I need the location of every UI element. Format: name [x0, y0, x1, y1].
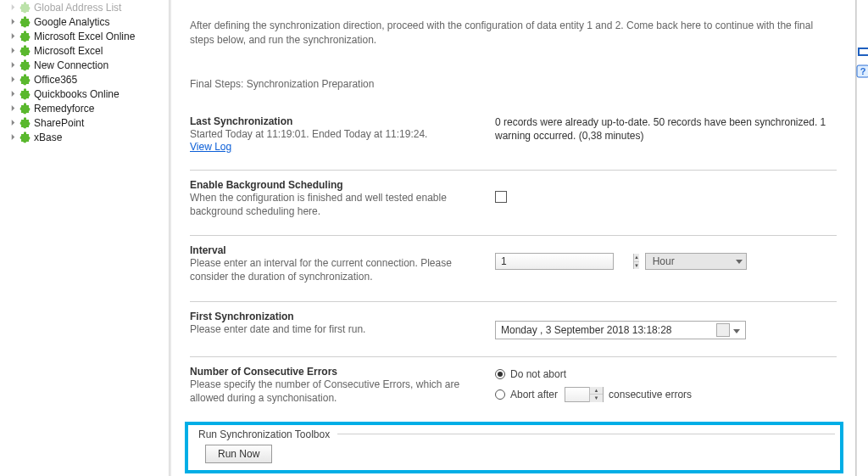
- chevron-right-icon: [8, 3, 17, 12]
- run-now-button[interactable]: Run Now: [205, 445, 272, 463]
- divider: [337, 434, 835, 434]
- sidebar-item[interactable]: Remedyforce: [3, 101, 165, 115]
- first-sync-datetime[interactable]: Monday , 3 September 2018 13:18:28: [495, 321, 746, 339]
- sidebar-item[interactable]: New Connection: [3, 58, 165, 72]
- sidebar-item-label: Quickbooks Online: [34, 88, 120, 100]
- final-steps-title: Final Steps: Synchronization Preparation: [190, 78, 837, 90]
- radio-abort-after-suffix: consecutive errors: [609, 389, 692, 400]
- puzzle-icon: [19, 132, 31, 143]
- puzzle-icon: [19, 74, 31, 86]
- radio-abort-after-label: Abort after: [510, 389, 558, 400]
- chevron-down-icon: [732, 254, 746, 269]
- panel-icon[interactable]: [858, 48, 868, 56]
- last-sync-status: 0 records were already up-to-date. 50 re…: [495, 115, 837, 143]
- divider: [190, 301, 837, 302]
- puzzle-icon: [19, 31, 31, 42]
- chevron-right-icon: [8, 47, 17, 55]
- puzzle-icon: [19, 103, 31, 115]
- chevron-right-icon: [8, 76, 17, 84]
- chevron-right-icon: [8, 32, 17, 41]
- scheduling-checkbox[interactable]: [495, 191, 507, 203]
- intro-text: After defining the synchronization direc…: [190, 19, 837, 48]
- puzzle-icon: [19, 16, 31, 28]
- consecutive-sub: Please specify the number of Consecutive…: [190, 378, 481, 405]
- consecutive-title: Number of Consecutive Errors: [190, 366, 337, 378]
- sidebar-item[interactable]: xBase: [3, 130, 165, 144]
- interval-title: Interval: [190, 244, 226, 256]
- chevron-right-icon: [8, 61, 17, 70]
- spinner-buttons[interactable]: ▲ ▼: [633, 254, 639, 269]
- sidebar-item[interactable]: Google Analytics: [3, 14, 165, 29]
- svg-text:?: ?: [860, 66, 866, 76]
- run-toolbox-title: Run Synchronization Toolbox: [193, 428, 330, 440]
- arrow-up-icon[interactable]: ▲: [590, 387, 603, 395]
- interval-sub: Please enter an interval for the current…: [190, 256, 481, 283]
- radio-abort-after[interactable]: [495, 389, 505, 400]
- sidebar: Global Address List Google Analytics Mic…: [0, 0, 170, 476]
- arrow-down-icon[interactable]: ▼: [634, 262, 639, 270]
- sidebar-item-label: Office365: [34, 74, 77, 86]
- chevron-right-icon: [8, 104, 17, 113]
- run-toolbox-highlight: Run Synchronization Toolbox Run Now: [185, 422, 843, 473]
- main-content: After defining the synchronization direc…: [170, 0, 856, 476]
- sidebar-item-label: Microsoft Excel Online: [34, 31, 135, 42]
- puzzle-icon: [19, 117, 31, 129]
- sidebar-item[interactable]: Office365: [3, 72, 165, 87]
- puzzle-icon: [19, 2, 31, 14]
- chevron-right-icon: [8, 119, 17, 127]
- sidebar-item[interactable]: Global Address List: [3, 0, 165, 14]
- first-sync-value: Monday , 3 September 2018 13:18:28: [501, 324, 716, 336]
- chevron-right-icon: [8, 18, 17, 26]
- scheduling-sub: When the configuration is finished and w…: [190, 191, 481, 218]
- help-icon[interactable]: ?: [856, 64, 868, 78]
- interval-spinner[interactable]: ▲ ▼: [495, 253, 614, 270]
- sidebar-item-label: Google Analytics: [34, 16, 109, 28]
- sidebar-item-label: Remedyforce: [34, 103, 94, 115]
- divider: [190, 235, 837, 236]
- interval-unit-combo[interactable]: Hour: [645, 253, 747, 270]
- calendar-icon[interactable]: [716, 323, 730, 337]
- view-log-link[interactable]: View Log: [190, 141, 231, 153]
- sidebar-item-label: New Connection: [34, 59, 108, 71]
- sidebar-item-label: SharePoint: [34, 117, 84, 129]
- first-sync-sub: Please enter date and time for first run…: [190, 322, 481, 336]
- first-sync-title: First Synchronization: [190, 311, 294, 322]
- puzzle-icon: [19, 45, 31, 57]
- interval-unit-label: Hour: [646, 255, 732, 267]
- puzzle-icon: [19, 88, 31, 100]
- spinner-buttons[interactable]: ▲ ▼: [589, 387, 603, 402]
- divider: [190, 170, 837, 171]
- abort-after-spinner[interactable]: ▲ ▼: [565, 387, 604, 402]
- sidebar-item-label: Microsoft Excel: [34, 45, 103, 57]
- puzzle-icon: [19, 59, 31, 71]
- sidebar-item-label: xBase: [34, 132, 62, 143]
- abort-after-input[interactable]: [565, 387, 589, 402]
- last-sync-title: Last Synchronization: [190, 115, 292, 127]
- sidebar-item-label: Global Address List: [34, 2, 121, 14]
- scheduling-title: Enable Background Scheduling: [190, 179, 343, 191]
- radio-do-not-abort-label: Do not abort: [510, 368, 566, 380]
- sidebar-item[interactable]: Microsoft Excel: [3, 43, 165, 58]
- interval-input[interactable]: [496, 254, 633, 269]
- sidebar-item[interactable]: SharePoint: [3, 115, 165, 130]
- chevron-down-icon[interactable]: [733, 324, 740, 336]
- radio-do-not-abort[interactable]: [495, 369, 505, 379]
- arrow-up-icon[interactable]: ▲: [634, 254, 639, 262]
- sidebar-item[interactable]: Quickbooks Online: [3, 87, 165, 101]
- divider: [190, 356, 837, 357]
- sidebar-item[interactable]: Microsoft Excel Online: [3, 29, 165, 43]
- last-sync-detail: Started Today at 11:19:01. Ended Today a…: [190, 127, 481, 141]
- right-rail: ?: [856, 0, 868, 476]
- chevron-right-icon: [8, 133, 17, 142]
- chevron-right-icon: [8, 90, 17, 98]
- arrow-down-icon[interactable]: ▼: [590, 395, 603, 402]
